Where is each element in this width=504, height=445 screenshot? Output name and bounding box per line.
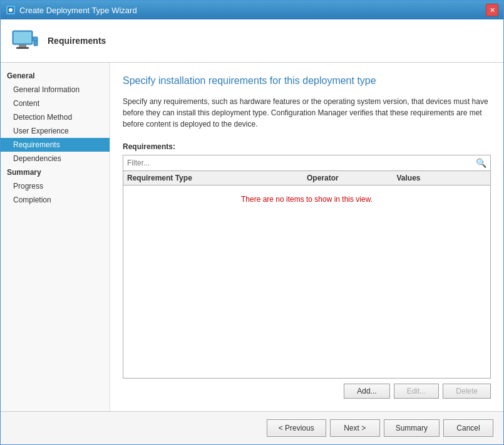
sidebar: General General Information Content Dete… [1,63,110,411]
search-icon: 🔍 [472,155,490,170]
header-icon [10,26,40,56]
main-wrapper: Requirements General General Information… [1,19,503,444]
table-empty-message: There are no items to show in this view. [123,186,490,213]
window-title: Create Deployment Type Wizard [19,6,137,15]
summary-button[interactable]: Summary [384,419,440,437]
sidebar-section-general: General General Information Content Dete… [1,69,110,165]
header-title: Requirements [48,36,106,46]
col-operator: Operator [307,174,397,182]
cancel-button[interactable]: Cancel [443,419,493,437]
sidebar-item-general-information[interactable]: General Information [1,83,110,97]
col-values: Values [397,174,487,182]
col-requirement-type: Requirement Type [127,174,307,182]
svg-point-2 [9,8,13,12]
sidebar-item-dependencies[interactable]: Dependencies [1,152,110,165]
sidebar-item-content[interactable]: Content [1,97,110,110]
description-text: Specify any requirements, such as hardwa… [123,96,491,130]
sidebar-item-user-experience[interactable]: User Experience [1,124,110,138]
sidebar-section-summary: Summary Progress Completion [1,165,110,207]
requirements-label: Requirements: [123,142,491,151]
wizard-window: Create Deployment Type Wizard ✕ Requirem… [0,0,504,445]
edit-button[interactable]: Edit... [394,384,440,399]
table-body: There are no items to show in this view. [123,186,490,361]
content-area: General General Information Content Dete… [1,63,503,411]
requirements-table: Requirement Type Operator Values There a… [123,171,491,379]
svg-rect-9 [33,37,38,41]
window-icon [6,5,16,15]
close-button[interactable]: ✕ [486,4,498,16]
filter-input[interactable] [123,156,472,170]
svg-rect-6 [16,47,29,49]
add-button[interactable]: Add... [344,384,389,399]
sidebar-item-requirements[interactable]: Requirements [1,138,110,152]
sidebar-item-progress[interactable]: Progress [1,179,110,193]
delete-button[interactable]: Delete [443,384,491,399]
filter-bar: 🔍 [123,155,491,171]
right-panel: Specify installation requirements for th… [110,63,503,411]
sidebar-item-completion[interactable]: Completion [1,193,110,207]
header-area: Requirements [1,19,503,63]
previous-button[interactable]: < Previous [267,419,326,437]
panel-title: Specify installation requirements for th… [123,75,491,86]
bottom-nav: < Previous Next > Summary Cancel [1,411,503,444]
svg-rect-4 [14,32,31,43]
title-bar: Create Deployment Type Wizard ✕ [1,1,503,19]
sidebar-item-detection-method[interactable]: Detection Method [1,110,110,124]
title-bar-left: Create Deployment Type Wizard [6,5,137,15]
action-buttons: Add... Edit... Delete [123,384,491,399]
table-header: Requirement Type Operator Values [123,171,490,186]
sidebar-section-label-general: General [1,69,110,83]
next-button[interactable]: Next > [330,419,380,437]
sidebar-section-label-summary: Summary [1,165,110,179]
